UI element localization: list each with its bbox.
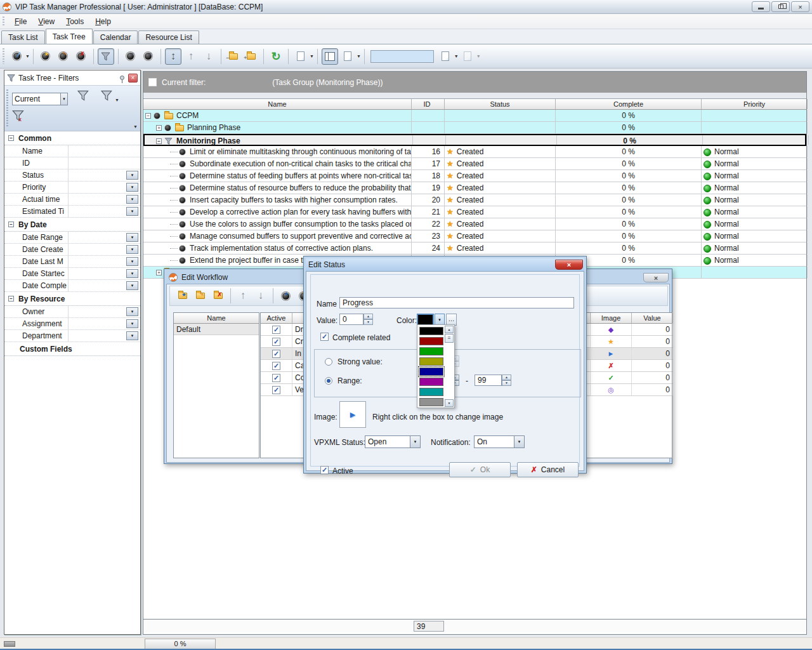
section-by-resource[interactable]: −By Resource [4,292,140,306]
column-header-priority[interactable]: Priority [702,99,808,109]
restore-button[interactable] [771,1,790,12]
chevron-down-icon[interactable]: ▼ [126,195,138,204]
collapse-icon[interactable]: − [8,135,14,141]
ok-button[interactable]: ✓Ok [449,462,511,477]
chevron-down-icon[interactable]: ▼ [126,319,138,328]
complete-related-checkbox[interactable] [320,333,329,341]
active-checkbox[interactable] [272,338,280,346]
tab-calendar[interactable]: Calendar [93,30,138,44]
refresh-button[interactable]: ↻ [268,48,284,65]
edit-workflow-button[interactable]: ✎ [192,288,209,304]
table-row[interactable]: +Planning Phase 0 % [143,122,806,134]
chevron-down-icon[interactable]: ▼ [410,436,420,448]
palette-swatch[interactable] [419,378,443,386]
menu-tools[interactable]: Tools [60,15,89,28]
filter-row-priority[interactable]: Priority▼ [4,182,140,194]
filter-button[interactable] [98,48,114,65]
palette-swatch[interactable] [419,388,443,396]
task-properties-button[interactable]: ≡ [140,48,157,65]
strong-value-radio[interactable] [325,358,332,366]
move-status-down-button[interactable]: ↓ [252,288,269,304]
active-checkbox[interactable] [272,362,280,370]
edit-task-button[interactable]: ✎ [55,48,72,65]
table-row[interactable]: Subordinate execution of non-critical ch… [143,158,806,170]
apply-filter-button[interactable] [77,90,89,103]
chevron-down-icon[interactable]: ▼ [60,93,67,105]
table-row[interactable]: Manage consumed buffers to support preve… [143,230,806,242]
column-header-active[interactable]: Active [261,313,292,323]
reports-button[interactable] [339,48,356,65]
column-header-status[interactable]: Status [445,99,556,109]
move-status-up-button[interactable]: ↑ [235,288,251,304]
table-row-selected[interactable]: −Monitoring Phase 0 % [143,134,806,146]
chevron-down-icon[interactable]: ▼ [126,331,138,340]
filter-row-date-completed[interactable]: Date Comple▼ [4,280,140,292]
toggle-panels-button[interactable] [322,48,338,65]
clear-filter-button[interactable]: x [12,109,25,124]
palette-swatch[interactable] [419,327,443,335]
delete-layout-button[interactable] [459,48,476,65]
scroll-up-button[interactable]: ▲ [445,326,454,333]
scrollbar-thumb[interactable]: ≡ [445,334,454,343]
table-row[interactable]: Limit or eliminate multitasking through … [143,146,806,158]
filter-row-assignment[interactable]: Assignment▼ [4,318,140,330]
save-layout-dropdown[interactable]: ▼ [454,54,459,58]
tab-task-tree[interactable]: Task Tree [46,29,93,44]
save-layout-button[interactable] [437,48,454,65]
filter-row-date-create[interactable]: Date Create▼ [4,244,140,256]
table-row[interactable]: Determine status of feeding buffers at p… [143,170,806,182]
close-button[interactable]: × [791,1,809,12]
active-checkbox[interactable] [272,374,280,382]
range-radio[interactable] [325,377,332,385]
filters-overflow-caret[interactable]: ▼ [133,124,138,129]
chevron-down-icon[interactable]: ▼ [126,233,138,242]
chevron-down-icon[interactable]: ▼ [126,183,138,192]
table-row[interactable]: −CCPM 0 % [143,110,806,122]
save-filter-dropdown[interactable]: ▼ [115,98,119,102]
filter-row-department[interactable]: Department▼ [4,330,140,342]
column-header-id[interactable]: ID [412,99,445,109]
export-dropdown[interactable]: ▼ [310,54,314,58]
section-by-date[interactable]: −By Date [4,218,140,232]
edit-status-titlebar[interactable]: Edit Status × [306,258,584,271]
column-header-complete[interactable]: Complete [556,99,702,109]
menu-view[interactable]: View [32,15,60,28]
section-custom-fields[interactable]: Custom Fields [4,342,140,356]
palette-swatch-selected[interactable] [419,368,443,376]
palette-swatch[interactable] [419,357,443,366]
task-notes-button[interactable]: ≡ [122,48,139,65]
chevron-down-icon[interactable]: ▼ [126,257,138,266]
column-header-name[interactable]: Name [143,99,412,109]
column-header-value[interactable]: Value [632,313,673,323]
filter-preset-combo[interactable]: Current▼ [12,93,68,105]
column-header-image[interactable]: Image [591,313,632,323]
chevron-down-icon[interactable]: ▼ [126,245,138,254]
collapse-icon[interactable]: − [8,222,14,227]
workflow-list-header[interactable]: Name [174,313,259,324]
filter-row-owner[interactable]: Owner▼ [4,306,140,318]
chevron-down-icon[interactable]: ▼ [126,269,138,278]
collapse-icon[interactable]: − [145,113,151,119]
filters-close-button[interactable]: × [128,74,138,83]
sort-toggle-button[interactable]: ↕ [165,48,181,65]
pin-icon[interactable] [120,76,124,80]
name-input[interactable]: Progress [339,297,574,308]
collapse-icon[interactable]: − [156,138,162,144]
value-input[interactable]: 0 [339,314,363,325]
menu-help[interactable]: Help [89,15,117,28]
scroll-down-button[interactable]: ▼ [445,399,454,407]
delete-workflow-button[interactable]: ✗ [210,288,226,304]
active-checkbox[interactable] [272,350,280,358]
value-spinner[interactable]: ▲▼ [363,314,373,325]
palette-swatch[interactable] [419,347,443,355]
range-to-spinner[interactable]: ▲▼ [502,375,511,386]
table-row[interactable]: Determine status of resource buffers to … [143,182,806,194]
active-checkbox[interactable] [272,326,280,334]
table-row[interactable]: Develop a corrective action plan for eve… [143,206,806,218]
status-image-box[interactable]: ► [339,401,366,428]
filter-row-name[interactable]: Name [4,145,140,157]
expand-icon[interactable]: + [156,270,162,275]
new-workflow-button[interactable]: ★ [174,288,191,304]
reports-dropdown[interactable]: ▼ [357,54,361,58]
filter-row-date-started[interactable]: Date Startec▼ [4,268,140,280]
